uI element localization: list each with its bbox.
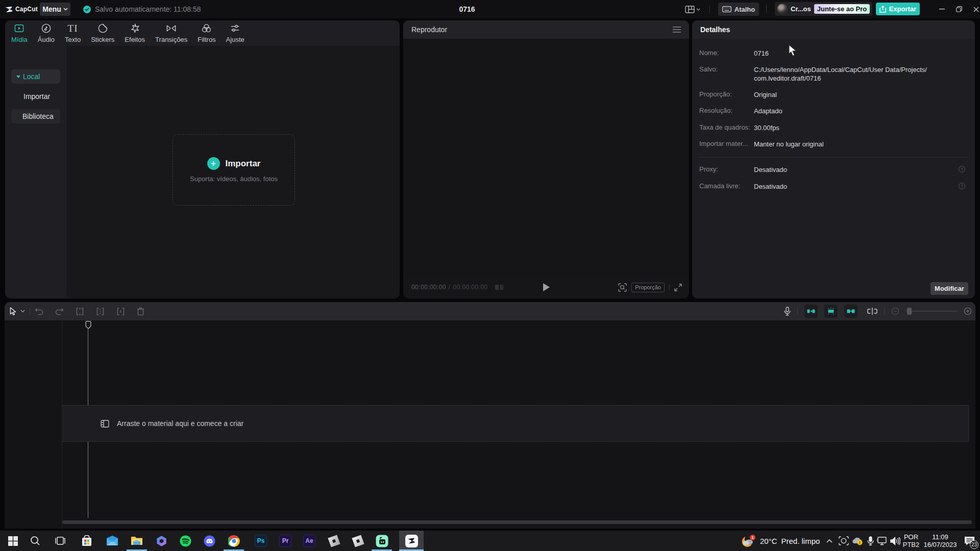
file-explorer-button[interactable] bbox=[125, 531, 149, 551]
taskbar-clock[interactable]: 11:09 16/07/2023 bbox=[922, 531, 959, 551]
zoom-out-icon[interactable] bbox=[891, 307, 899, 315]
linked-toggle[interactable] bbox=[844, 305, 857, 318]
menu-button-label: Menu bbox=[42, 5, 61, 13]
maximize-button[interactable] bbox=[950, 0, 968, 18]
detail-label: Taxa de quadros: bbox=[699, 123, 750, 131]
taskbar-language-indicator[interactable]: POR PTB2 bbox=[901, 531, 921, 551]
detail-row-taxa: Taxa de quadros: 30.00fps bbox=[699, 123, 968, 133]
sidebar-item-local[interactable]: Local bbox=[11, 69, 60, 84]
check-icon bbox=[85, 8, 89, 11]
tab-audio[interactable]: Áudio bbox=[33, 23, 60, 43]
delete-icon[interactable] bbox=[137, 307, 144, 315]
split-right-icon[interactable] bbox=[116, 308, 125, 315]
split-icon[interactable] bbox=[96, 308, 105, 315]
capcut-taskbar-button[interactable] bbox=[399, 531, 424, 551]
timeline-drop-zone[interactable]: Arraste o material aqui e comece a criar bbox=[62, 405, 969, 442]
tray-show-hidden-button[interactable] bbox=[823, 531, 836, 551]
player-viewport bbox=[403, 39, 689, 276]
tab-transicoes[interactable]: Transições bbox=[150, 23, 192, 43]
select-tool-icon[interactable] bbox=[10, 307, 17, 315]
play-button[interactable] bbox=[543, 283, 550, 292]
redo-icon[interactable] bbox=[55, 308, 64, 315]
record-voiceover-icon[interactable] bbox=[784, 307, 791, 316]
tray-volume-icon[interactable] bbox=[888, 531, 902, 551]
undo-icon[interactable] bbox=[35, 308, 43, 315]
fit-screen-icon[interactable] bbox=[618, 283, 627, 292]
minimize-button[interactable] bbox=[933, 0, 950, 18]
roblox-button[interactable] bbox=[322, 531, 346, 551]
taskbar-weather[interactable]: 1 20°C Pred. limpo bbox=[742, 531, 820, 551]
auto-snap-toggle[interactable] bbox=[824, 305, 838, 318]
layout-switch-button[interactable] bbox=[685, 0, 700, 18]
tray-network-icon[interactable] bbox=[875, 531, 889, 551]
join-pro-button[interactable]: Junte-se ao Pro bbox=[814, 4, 870, 14]
preview-quality-icon[interactable] bbox=[495, 284, 504, 291]
tray-onedrive-icon[interactable]: ! bbox=[850, 531, 865, 551]
microsoft-store-button[interactable] bbox=[75, 531, 99, 551]
sidebar-item-biblioteca[interactable]: Biblioteca bbox=[11, 109, 60, 123]
timeline[interactable]: Arraste o material aqui e comece a criar bbox=[5, 320, 975, 529]
timeline-zoom-slider[interactable] bbox=[906, 311, 957, 312]
edit-tools-left bbox=[10, 302, 144, 320]
onedrive-cloud-icon: ! bbox=[851, 536, 864, 545]
edit-toolbar bbox=[5, 302, 975, 320]
windows-taskbar: Ps Pr Ae bbox=[0, 531, 980, 551]
discord-button[interactable] bbox=[197, 531, 222, 551]
caret-down-icon bbox=[16, 76, 20, 78]
roblox-studio-button[interactable] bbox=[346, 531, 370, 551]
sidebar-item-label: Importar bbox=[23, 92, 50, 101]
main-track-magnet-toggle[interactable] bbox=[804, 305, 818, 318]
layout-panels-icon bbox=[685, 6, 695, 13]
export-button[interactable]: Exportar bbox=[876, 3, 920, 15]
import-dropzone[interactable]: + Importar Suporta: vídeos, áudios, foto… bbox=[173, 134, 295, 206]
user-account-area[interactable]: Cr...os Junte-se ao Pro bbox=[775, 2, 872, 16]
zoom-slider-handle[interactable] bbox=[907, 308, 912, 315]
modify-button[interactable]: Modificar bbox=[930, 282, 968, 295]
speaker-icon bbox=[890, 537, 900, 545]
keyboard-layout-code: PTB2 bbox=[903, 541, 920, 548]
close-button[interactable] bbox=[967, 0, 980, 18]
tab-stickers[interactable]: Stickers bbox=[86, 23, 119, 43]
photoshop-button[interactable]: Ps bbox=[249, 531, 273, 551]
chrome-button[interactable] bbox=[222, 531, 246, 551]
microsoft-365-button[interactable] bbox=[149, 531, 174, 551]
player-controls-separator bbox=[669, 284, 670, 290]
chevron-down-icon[interactable] bbox=[20, 310, 25, 313]
user-avatar[interactable] bbox=[777, 4, 788, 14]
menu-button[interactable]: Menu bbox=[40, 3, 70, 16]
help-icon[interactable]: ? bbox=[959, 183, 965, 189]
tab-ajuste[interactable]: Ajuste bbox=[221, 23, 250, 43]
sidebar-item-importar[interactable]: Importar bbox=[11, 89, 60, 104]
preview-axis-icon[interactable] bbox=[867, 308, 877, 315]
ethernet-icon bbox=[876, 536, 888, 545]
help-icon[interactable]: ? bbox=[959, 166, 965, 172]
spotify-button[interactable] bbox=[173, 531, 198, 551]
mail-button[interactable] bbox=[100, 531, 125, 551]
magnet-icon bbox=[807, 309, 815, 314]
zoom-in-icon[interactable] bbox=[964, 307, 972, 315]
start-button[interactable] bbox=[1, 531, 25, 551]
screen-recorder-button[interactable] bbox=[370, 531, 394, 551]
tray-game-bar-icon[interactable] bbox=[837, 531, 850, 551]
tab-texto[interactable]: TI Texto bbox=[60, 23, 86, 43]
player-right-controls: Proporção bbox=[618, 276, 682, 298]
playhead[interactable] bbox=[85, 321, 91, 329]
tab-efeitos[interactable]: Efeitos bbox=[119, 23, 150, 43]
tab-midia[interactable]: Mídia bbox=[6, 23, 33, 43]
action-center-button[interactable]: 23 bbox=[961, 531, 978, 551]
keyboard-icon bbox=[722, 6, 731, 12]
fullscreen-icon[interactable] bbox=[674, 284, 682, 291]
tab-filtros[interactable]: Filtros bbox=[192, 23, 220, 43]
detail-value: 30.00fps bbox=[754, 123, 952, 132]
tray-microphone-icon[interactable] bbox=[865, 531, 876, 551]
player-menu-icon[interactable] bbox=[673, 27, 681, 33]
aspect-ratio-button[interactable]: Proporção bbox=[631, 283, 665, 292]
timeline-scrollbar[interactable] bbox=[62, 520, 972, 524]
chevron-down-icon bbox=[63, 8, 68, 11]
after-effects-button[interactable]: Ae bbox=[297, 531, 322, 551]
task-view-button[interactable] bbox=[48, 531, 72, 551]
premiere-button[interactable]: Pr bbox=[273, 531, 298, 551]
shortcut-button[interactable]: Atalho bbox=[718, 3, 759, 16]
split-left-icon[interactable] bbox=[76, 308, 84, 315]
taskbar-search-button[interactable] bbox=[23, 531, 47, 551]
